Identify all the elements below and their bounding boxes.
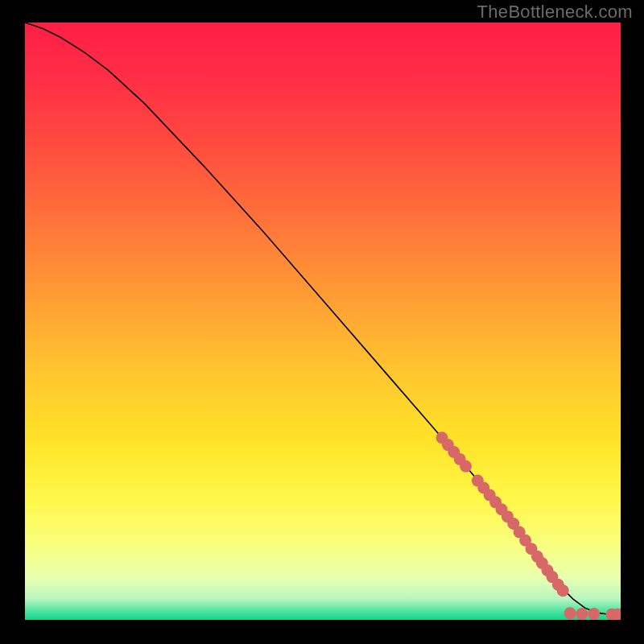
- plot-area: [25, 23, 621, 620]
- watermark-text: TheBottleneck.com: [477, 2, 633, 23]
- data-point: [588, 608, 600, 620]
- data-point: [557, 584, 569, 597]
- data-overlay: [25, 23, 621, 620]
- data-point: [576, 608, 588, 620]
- chart-container: TheBottleneck.com: [0, 0, 644, 644]
- markers-group: [436, 431, 621, 620]
- data-point: [460, 460, 472, 473]
- curve-line: [25, 23, 621, 614]
- data-point: [564, 607, 576, 619]
